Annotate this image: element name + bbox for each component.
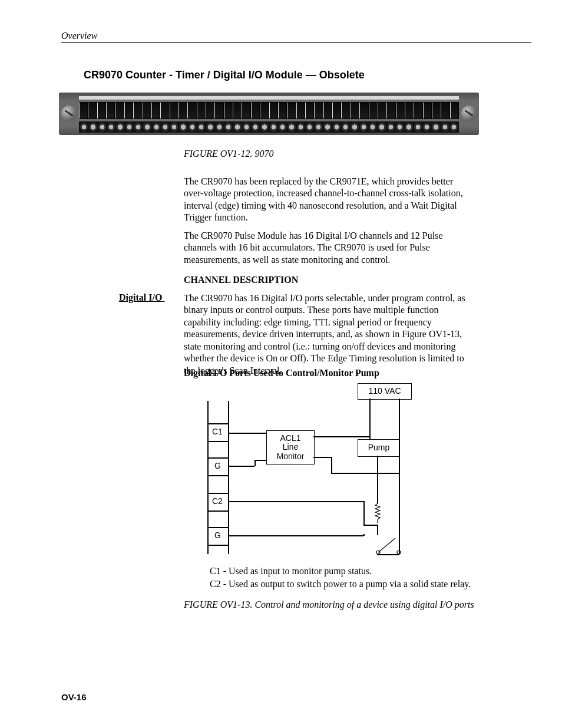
diagram-acl1-line2: Line: [267, 443, 314, 452]
module-screw-row: [79, 121, 459, 133]
knob-icon: [461, 106, 477, 121]
diagram-box-pump: Pump: [358, 439, 400, 457]
page-header: Overview: [61, 31, 531, 43]
diagram-label-g2: G: [214, 531, 221, 540]
header-section-name: Overview: [61, 31, 531, 41]
switch-icon: [375, 533, 402, 557]
diagram-acl1-line1: ACL1: [267, 434, 314, 443]
diagram-acl1-line3: Monitor: [267, 452, 314, 461]
paragraph-1: The CR9070 has been replaced by the CR90…: [184, 176, 472, 224]
diagram-label-g1: G: [214, 461, 221, 470]
legend-c1: C1 - Used as input to monitor pump statu…: [210, 565, 471, 578]
diagram-110vac-label: 110 VAC: [358, 387, 411, 396]
side-label-digital-io: Digital I/O: [119, 292, 164, 303]
header-rule: [61, 42, 531, 43]
module-pin-row: [79, 102, 459, 119]
paragraph-3: The CR9070 has 16 Digital I/O ports sele…: [184, 292, 472, 377]
side-label-text: Digital I/O: [119, 292, 162, 302]
module-top-strip: [79, 96, 459, 100]
figure-12-caption: FIGURE OV1-12. 9070: [184, 149, 273, 159]
module-photo: [59, 93, 479, 135]
figure-13-legend: C1 - Used as input to monitor pump statu…: [210, 565, 471, 590]
knob-icon: [61, 106, 77, 121]
diagram-pump-label: Pump: [358, 443, 399, 452]
section-title: CR9070 Counter - Timer / Digital I/O Mod…: [84, 69, 365, 81]
diagram-box-110vac: 110 VAC: [358, 383, 412, 400]
page-number: OV-16: [61, 692, 87, 702]
relay-coil-icon: [374, 501, 381, 525]
diagram-label-c1: C1: [212, 427, 223, 436]
subheading-pump: Digital I/O Ports Used to Control/Monito…: [184, 368, 379, 378]
figure-13-diagram: C1 G C2 G ACL1 Line Monitor 110 VAC Pump: [207, 383, 425, 560]
legend-c2: C2 - Used as output to switch power to a…: [210, 578, 471, 591]
svg-line-2: [378, 538, 395, 552]
paragraph-2: The CR9070 Pulse Module has 16 Digital I…: [184, 230, 472, 266]
figure-13-caption: FIGURE OV1-13. Control and monitoring of…: [184, 599, 478, 611]
diagram-box-acl1: ACL1 Line Monitor: [266, 430, 315, 465]
diagram-label-c2: C2: [212, 496, 223, 506]
channel-description-heading: CHANNEL DESCRIPTION: [184, 275, 298, 285]
